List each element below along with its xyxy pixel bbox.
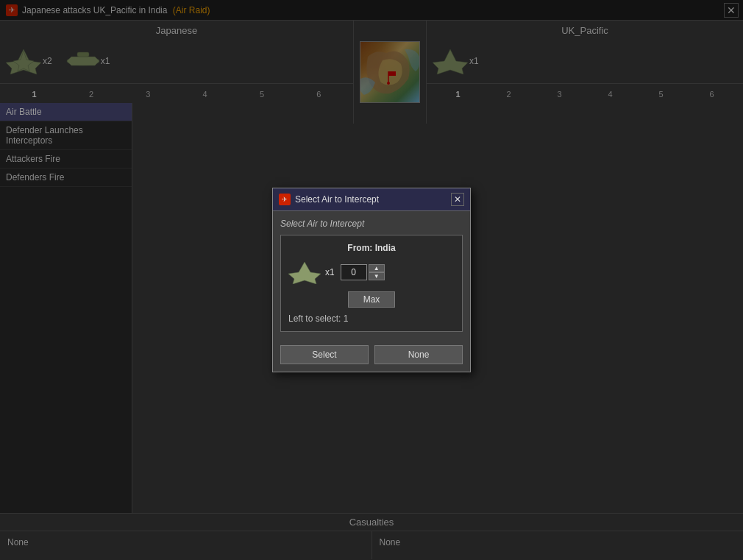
modal-unit-count: x1 xyxy=(325,267,335,277)
modal-plane-icon xyxy=(288,260,321,284)
modal-body: Select Air to Intercept From: India x1 ▲… xyxy=(273,211,470,345)
quantity-input[interactable] xyxy=(341,264,367,280)
quantity-spinners: ▲ ▼ xyxy=(369,264,385,280)
modal-buttons: Select None xyxy=(273,345,470,372)
from-label: From: India xyxy=(288,243,455,253)
none-button[interactable]: None xyxy=(374,345,463,364)
modal-title-text: Select Air to Intercept xyxy=(295,194,451,205)
left-to-select-label: Left to select: 1 xyxy=(288,313,455,324)
max-button[interactable]: Max xyxy=(348,291,396,308)
modal-overlay: ✈ Select Air to Intercept ✕ Select Air t… xyxy=(0,0,743,560)
modal-title-bar: ✈ Select Air to Intercept ✕ xyxy=(273,188,470,211)
modal-content-box: From: India x1 ▲ ▼ Max Le xyxy=(280,235,463,332)
svg-marker-9 xyxy=(288,262,321,284)
modal-close-button[interactable]: ✕ xyxy=(451,193,464,206)
modal-title-icon: ✈ xyxy=(279,194,291,205)
modal-subtitle: Select Air to Intercept xyxy=(280,219,463,229)
quantity-decrement-button[interactable]: ▼ xyxy=(369,272,385,280)
unit-row: x1 ▲ ▼ xyxy=(288,260,455,284)
quantity-increment-button[interactable]: ▲ xyxy=(369,264,385,272)
select-air-modal: ✈ Select Air to Intercept ✕ Select Air t… xyxy=(272,188,471,372)
select-button[interactable]: Select xyxy=(280,345,369,364)
